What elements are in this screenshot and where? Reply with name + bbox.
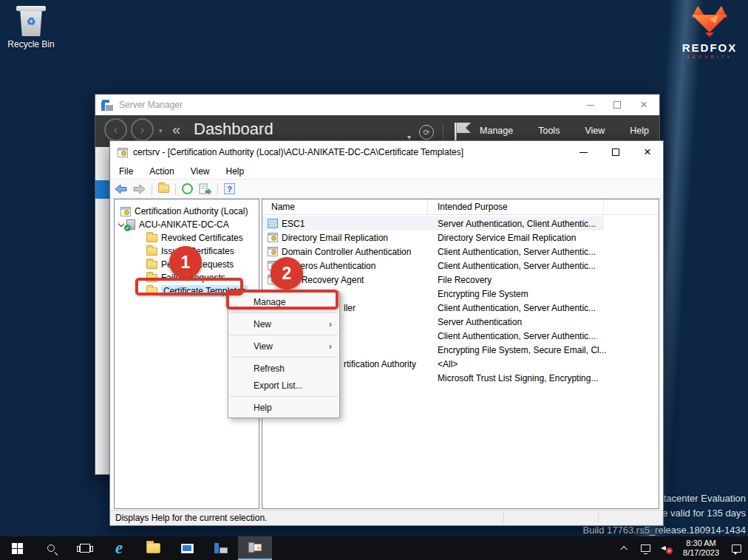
- watermark-line2: nse valid for 135 days: [653, 508, 746, 519]
- watermark-line3: Build 17763.rs5_release.180914-1434: [583, 525, 746, 536]
- sm-forward-button[interactable]: ›: [131, 118, 154, 141]
- taskbar-certsrv-active[interactable]: [238, 536, 272, 560]
- template-icon: [268, 233, 278, 242]
- sm-nav-caret-icon[interactable]: ▾: [159, 127, 163, 134]
- template-icon: [268, 219, 278, 228]
- sm-breadcrumb[interactable]: Dashboard: [194, 120, 273, 139]
- server-manager-titlebar: Server Manager ×: [95, 95, 659, 115]
- certsrv-maximize-button[interactable]: [612, 148, 619, 156]
- sm-menu-tools[interactable]: Tools: [538, 126, 560, 136]
- tree-item-root[interactable]: Certification Authority (Local): [115, 205, 259, 218]
- recycle-bin-icon: [16, 6, 46, 11]
- context-menu-refresh[interactable]: Refresh: [228, 360, 339, 377]
- list-row[interactable]: Directory Email Replication Directory Se…: [262, 231, 659, 245]
- tray-clock[interactable]: 8:30 AM 8/17/2023: [678, 539, 724, 558]
- submenu-arrow-icon: ›: [329, 341, 332, 352]
- taskbar-app-window[interactable]: [170, 536, 204, 560]
- folder-icon: [146, 261, 157, 269]
- volume-muted-icon: ×: [661, 544, 671, 553]
- taskbar-internet-explorer[interactable]: e: [102, 536, 136, 560]
- folder-icon: [146, 247, 157, 256]
- fox-head-icon: [683, 4, 736, 37]
- tree-item-ca[interactable]: ACU-ANIKATE-DC-CA: [115, 218, 259, 231]
- sm-close-button[interactable]: ×: [640, 101, 647, 109]
- chevron-up-icon: [620, 545, 628, 553]
- taskbar-server-manager[interactable]: [204, 536, 238, 560]
- submenu-arrow-icon: ›: [329, 318, 332, 329]
- certsrv-app-icon: [118, 148, 128, 157]
- redfox-logo: REDFOX SECURITY: [674, 4, 745, 59]
- menu-action[interactable]: Action: [149, 166, 174, 177]
- sm-back-button[interactable]: ‹: [104, 118, 127, 141]
- list-row[interactable]: EFS Recovery Agent File Recovery: [262, 273, 659, 287]
- list-header: Name Intended Purpose: [262, 199, 659, 215]
- context-menu-help[interactable]: Help: [228, 399, 339, 416]
- server-manager-icon: [101, 100, 113, 111]
- mute-badge-icon: ×: [666, 547, 673, 554]
- tray-volume[interactable]: ×: [657, 544, 675, 553]
- recycle-bin-desktop-icon[interactable]: ♻ Recycle Bin: [3, 6, 59, 49]
- certsrv-taskbar-icon: [248, 542, 262, 553]
- recycle-symbol-icon: ♻: [27, 16, 36, 27]
- help-icon[interactable]: ?: [224, 183, 235, 194]
- tree-expanded-chevron-icon[interactable]: [118, 220, 124, 226]
- annotation-rect-manage: [226, 290, 339, 310]
- server-manager-taskbar-icon: [214, 543, 228, 553]
- sm-breadcrumb-chevrons-icon: «: [172, 121, 180, 138]
- redfox-subtitle: SECURITY: [674, 55, 745, 59]
- sm-menu-manage[interactable]: Manage: [480, 126, 513, 136]
- desktop: ♻ Recycle Bin REDFOX SECURITY Datacenter…: [0, 0, 748, 560]
- notification-icon: [732, 544, 741, 553]
- tray-network[interactable]: [636, 544, 654, 552]
- task-view-button[interactable]: [68, 536, 102, 560]
- list-row-esc1[interactable]: ESC1 Server Authentication, Client Authe…: [262, 216, 604, 231]
- tree-item-revoked-certificates[interactable]: Revoked Certificates: [115, 231, 259, 245]
- watermark-line1: Datacenter Evaluation: [651, 493, 746, 504]
- certsrv-status-bar: Displays Help for the current selection.: [110, 510, 663, 525]
- certsrv-menubar: File Action View Help: [110, 163, 663, 180]
- column-header-intended-purpose[interactable]: Intended Purpose: [428, 199, 604, 214]
- tray-action-center[interactable]: [727, 544, 745, 553]
- show-console-tree-icon[interactable]: [158, 185, 169, 193]
- taskbar-file-explorer[interactable]: [136, 536, 170, 560]
- menu-file[interactable]: File: [119, 166, 133, 177]
- network-icon: [641, 544, 650, 552]
- menu-help[interactable]: Help: [226, 166, 245, 177]
- back-icon[interactable]: [115, 184, 127, 194]
- forward-icon[interactable]: [133, 184, 146, 194]
- menu-view[interactable]: View: [191, 166, 210, 177]
- start-button[interactable]: [0, 536, 34, 560]
- certsrv-minimize-button[interactable]: [579, 152, 588, 153]
- annotation-step-2-badge: 2: [271, 257, 303, 290]
- certificate-templates-context-menu: Manage New› View› Refresh Export List...…: [228, 291, 340, 418]
- sm-refresh-icon[interactable]: ⟳: [419, 125, 434, 140]
- list-row[interactable]: Kerberos Authentication Client Authentic…: [262, 259, 659, 273]
- folder-icon: [146, 234, 157, 242]
- sm-menu-view[interactable]: View: [585, 126, 605, 136]
- sm-minimize-button[interactable]: [586, 105, 594, 106]
- file-explorer-icon: [146, 543, 160, 553]
- certification-authority-icon: [120, 207, 131, 216]
- server-manager-title: Server Manager: [119, 100, 586, 110]
- recycle-bin-label: Recycle Bin: [3, 39, 59, 49]
- certsrv-window: certsrv - [Certification Authority (Loca…: [109, 140, 664, 526]
- task-view-icon: [80, 544, 90, 553]
- context-menu-export-list[interactable]: Export List...: [228, 377, 339, 394]
- sm-menu-help[interactable]: Help: [630, 126, 649, 136]
- list-row[interactable]: Domain Controller Authentication Client …: [262, 245, 659, 259]
- taskbar-search-button[interactable]: [34, 536, 68, 560]
- status-text: Displays Help for the current selection.: [115, 513, 267, 523]
- export-list-icon[interactable]: [199, 183, 211, 194]
- context-menu-view[interactable]: View›: [228, 338, 339, 355]
- taskbar: e × 8:30 AM 8/17/2023: [0, 536, 748, 560]
- context-menu-new[interactable]: New›: [228, 315, 339, 332]
- certsrv-toolbar: ?: [110, 180, 663, 199]
- sm-maximize-button[interactable]: [613, 101, 621, 109]
- certsrv-close-button[interactable]: ×: [644, 148, 651, 156]
- windows-start-icon: [12, 543, 23, 554]
- tray-show-hidden-icons[interactable]: [616, 546, 633, 551]
- redfox-title: REDFOX: [674, 41, 745, 54]
- template-icon: [268, 247, 278, 256]
- refresh-icon[interactable]: [182, 183, 193, 194]
- column-header-name[interactable]: Name: [262, 199, 428, 214]
